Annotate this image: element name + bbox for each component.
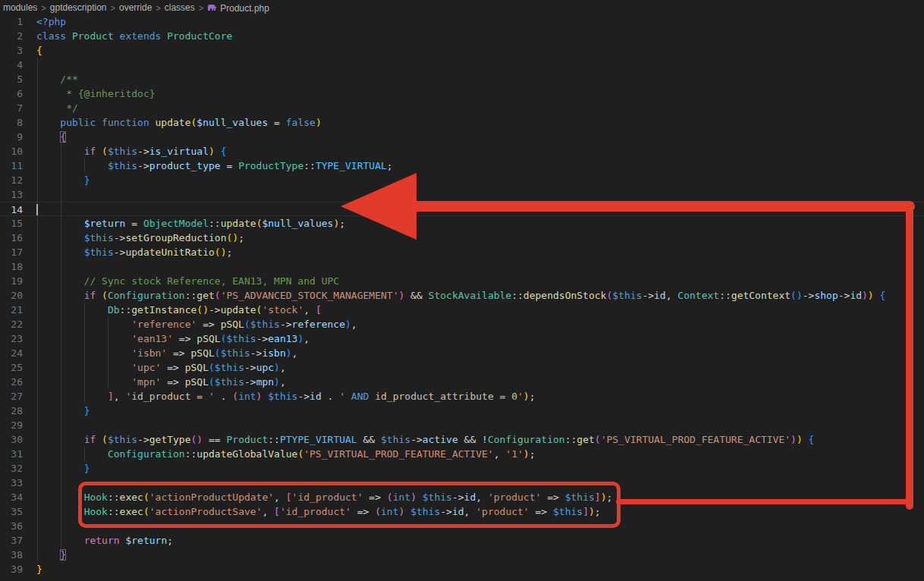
code-line[interactable]: 10 if ($this->is_virtual) { bbox=[0, 144, 924, 159]
code-token: && bbox=[357, 434, 381, 445]
code-line[interactable]: 4 bbox=[0, 58, 924, 72]
code-line[interactable]: 13 bbox=[0, 187, 924, 202]
line-number[interactable]: 7 bbox=[0, 101, 23, 115]
line-number[interactable]: 22 bbox=[0, 317, 23, 331]
code-token: ) bbox=[589, 506, 595, 517]
line-number[interactable]: 2 bbox=[0, 29, 23, 43]
code-line[interactable]: 33 bbox=[0, 476, 924, 490]
line-number[interactable]: 4 bbox=[0, 58, 23, 72]
code-line[interactable]: 23 'ean13' => pSQL($this->ean13), bbox=[0, 331, 924, 346]
code-line[interactable]: 20 if (Configuration::get('PS_ADVANCED_S… bbox=[0, 288, 924, 303]
breadcrumb-item[interactable]: Product.php bbox=[207, 2, 269, 14]
line-number[interactable]: 18 bbox=[0, 259, 23, 274]
code-line[interactable]: 38 } bbox=[0, 548, 924, 562]
code-line[interactable]: 11 $this->product_type = ProductType::TY… bbox=[0, 159, 924, 173]
line-number[interactable]: 30 bbox=[0, 432, 23, 447]
line-number[interactable]: 16 bbox=[0, 231, 23, 245]
line-number[interactable]: 15 bbox=[0, 216, 23, 231]
line-number[interactable]: 34 bbox=[0, 490, 23, 504]
code-token: -> bbox=[642, 290, 654, 301]
code-line[interactable]: 16 $this->setGroupReduction(); bbox=[0, 231, 924, 245]
code-editor[interactable]: 1<?php2class Product extends ProductCore… bbox=[0, 14, 924, 576]
code-line[interactable]: 36 bbox=[0, 519, 924, 533]
code-line[interactable]: 14 bbox=[0, 202, 924, 216]
line-number[interactable]: 28 bbox=[0, 404, 23, 418]
code-line[interactable]: 1<?php bbox=[0, 14, 924, 29]
code-line[interactable]: 27 ], 'id_product = ' . (int) $this->id … bbox=[0, 389, 924, 404]
code-line[interactable]: 25 'upc' => pSQL($this->upc), bbox=[0, 360, 924, 375]
code-line[interactable]: 17 $this->updateUnitRatio(); bbox=[0, 245, 924, 259]
line-number[interactable]: 10 bbox=[0, 144, 23, 159]
line-number[interactable]: 26 bbox=[0, 375, 23, 389]
code-line[interactable]: 15 $return = ObjectModel::update($null_v… bbox=[0, 216, 924, 231]
line-number[interactable]: 33 bbox=[0, 476, 23, 490]
line-number[interactable]: 27 bbox=[0, 389, 23, 404]
code-token: ( bbox=[102, 146, 108, 157]
code-token: -> bbox=[114, 247, 126, 258]
code-token: , bbox=[292, 347, 298, 359]
line-number[interactable]: 25 bbox=[0, 360, 23, 375]
breadcrumb-item[interactable]: gptdescription bbox=[50, 2, 107, 13]
breadcrumb-item[interactable]: override bbox=[119, 2, 152, 13]
line-number[interactable]: 3 bbox=[0, 43, 23, 58]
code-line[interactable]: 26 'mpn' => pSQL($this->mpn), bbox=[0, 375, 924, 389]
line-number[interactable]: 37 bbox=[0, 533, 23, 548]
line-number[interactable]: 19 bbox=[0, 274, 23, 288]
code-token bbox=[36, 491, 84, 503]
code-line[interactable]: 31 Configuration::updateGlobalValue('PS_… bbox=[0, 447, 924, 461]
code-line[interactable]: 3{ bbox=[0, 43, 924, 58]
line-number[interactable]: 36 bbox=[0, 519, 23, 533]
code-token: ; bbox=[530, 448, 536, 460]
code-token: ( bbox=[102, 290, 108, 301]
line-number[interactable]: 17 bbox=[0, 245, 23, 259]
line-number[interactable]: 24 bbox=[0, 346, 23, 360]
code-line[interactable]: 29 bbox=[0, 418, 924, 432]
line-number[interactable]: 31 bbox=[0, 447, 23, 461]
line-number[interactable]: 20 bbox=[0, 288, 23, 303]
code-line[interactable]: 35 Hook::exec('actionProductSave', ['id_… bbox=[0, 504, 924, 519]
code-line[interactable]: 8 public function update($null_values = … bbox=[0, 115, 924, 130]
code-line[interactable]: 39} bbox=[0, 562, 924, 576]
line-number[interactable]: 29 bbox=[0, 418, 23, 432]
code-token: { bbox=[36, 45, 42, 56]
code-line[interactable]: 34 Hook::exec('actionProductUpdate', ['i… bbox=[0, 490, 924, 504]
line-number[interactable]: 9 bbox=[0, 130, 23, 144]
line-number[interactable]: 5 bbox=[0, 72, 23, 86]
code-line[interactable]: 19 // Sync stock Reference, EAN13, MPN a… bbox=[0, 274, 924, 288]
line-number[interactable]: 35 bbox=[0, 504, 23, 519]
code-token: setGroupReduction bbox=[125, 232, 226, 243]
breadcrumb-item[interactable]: classes bbox=[165, 2, 195, 13]
code-line[interactable]: 2class Product extends ProductCore bbox=[0, 29, 924, 43]
line-number[interactable]: 14 bbox=[0, 203, 23, 217]
indent-guide bbox=[61, 476, 61, 490]
code-line[interactable]: 9 { bbox=[0, 130, 924, 144]
breadcrumb-item[interactable]: modules bbox=[3, 2, 37, 13]
line-number[interactable]: 6 bbox=[0, 86, 23, 101]
line-number[interactable]: 39 bbox=[0, 562, 23, 576]
code-line[interactable]: 7 */ bbox=[0, 101, 924, 115]
code-line[interactable]: 6 * {@inheritdoc} bbox=[0, 86, 924, 101]
code-line[interactable]: 12 } bbox=[0, 173, 924, 187]
line-number[interactable]: 13 bbox=[0, 187, 23, 202]
line-number[interactable]: 32 bbox=[0, 461, 23, 476]
code-line[interactable]: 18 bbox=[0, 259, 924, 274]
code-line[interactable]: 28 } bbox=[0, 404, 924, 418]
line-number[interactable]: 21 bbox=[0, 303, 23, 317]
code-line[interactable]: 30 if ($this->getType() == Product::PTYP… bbox=[0, 432, 924, 447]
line-number[interactable]: 38 bbox=[0, 548, 23, 562]
code-line[interactable]: 22 'reference' => pSQL($this->reference)… bbox=[0, 317, 924, 331]
line-number[interactable]: 1 bbox=[0, 14, 23, 29]
code-line[interactable]: 5 /** bbox=[0, 72, 924, 86]
line-number[interactable]: 23 bbox=[0, 331, 23, 346]
line-number[interactable]: 12 bbox=[0, 173, 23, 187]
code-line[interactable]: 37 return $return; bbox=[0, 533, 924, 548]
code-token: int bbox=[393, 491, 410, 503]
code-token: , bbox=[303, 304, 316, 316]
line-number[interactable]: 11 bbox=[0, 159, 23, 173]
code-line[interactable]: 32 } bbox=[0, 461, 924, 476]
line-number[interactable]: 8 bbox=[0, 115, 23, 130]
code-token: 'upc' bbox=[131, 362, 161, 373]
code-line[interactable]: 21 Db::getInstance()->update('stock', [ bbox=[0, 303, 924, 317]
breadcrumb-separator: > bbox=[199, 2, 203, 13]
code-line[interactable]: 24 'isbn' => pSQL($this->isbn), bbox=[0, 346, 924, 360]
